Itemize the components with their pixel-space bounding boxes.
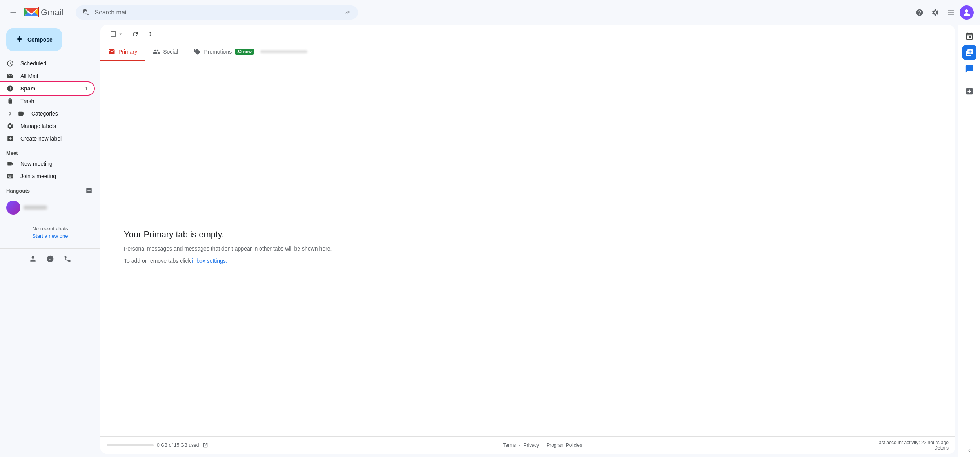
hangouts-user-avatar	[6, 201, 20, 215]
search-filter-icon[interactable]	[344, 9, 352, 16]
sidebar-item-spam[interactable]: Spam 1	[0, 82, 94, 95]
sidebar: ✦ Compose Scheduled All Mail	[0, 25, 100, 457]
footer-activity: Last account activity: 22 hours ago Deta…	[876, 440, 949, 451]
privacy-link[interactable]: Privacy	[524, 443, 539, 448]
start-new-link[interactable]: Start a new one	[6, 233, 94, 242]
settings-button[interactable]	[928, 5, 942, 20]
gmail-title: Gmail	[41, 7, 63, 18]
calendar-panel-icon[interactable]	[962, 28, 977, 44]
tasks-panel-icon[interactable]	[962, 45, 976, 60]
search-bar	[76, 5, 358, 20]
all-mail-icon	[6, 72, 14, 80]
hangouts-user-name	[24, 206, 47, 210]
storage-text: 0 GB of 15 GB used	[157, 443, 199, 448]
sidebar-item-manage-labels[interactable]: Manage labels	[0, 120, 94, 132]
details-link[interactable]: Details	[934, 445, 949, 451]
hangouts-title: Hangouts	[6, 188, 30, 194]
help-button[interactable]	[913, 5, 927, 20]
scheduled-label: Scheduled	[20, 60, 88, 67]
sidebar-item-trash[interactable]: Trash	[0, 95, 94, 107]
chat-panel-icon[interactable]	[962, 61, 977, 77]
phone-icon-btn[interactable]	[60, 252, 74, 266]
refresh-button[interactable]	[129, 28, 142, 40]
main-content: Primary Social Promotions 32 new	[100, 25, 955, 454]
sidebar-item-categories[interactable]: Categories	[0, 107, 94, 120]
hangouts-section: Hangouts	[0, 182, 100, 216]
all-mail-label: All Mail	[20, 73, 88, 79]
categories-label: Categories	[31, 110, 88, 117]
right-panel	[958, 25, 980, 457]
spam-count: 1	[85, 86, 88, 91]
svg-rect-1	[38, 7, 39, 17]
hangouts-add-button[interactable]	[84, 186, 94, 196]
terms-link[interactable]: Terms	[503, 443, 516, 448]
tab-social[interactable]: Social	[145, 43, 186, 61]
app-container: Gmail	[0, 0, 980, 457]
clock-icon	[6, 60, 14, 67]
tab-primary-label: Primary	[118, 49, 137, 55]
sidebar-item-create-label[interactable]: Create new label	[0, 132, 94, 145]
empty-state-desc2: To add or remove tabs click inbox settin…	[124, 256, 227, 265]
program-policies-link[interactable]: Program Policies	[546, 443, 582, 448]
tab-primary[interactable]: Primary	[100, 43, 145, 61]
empty-state-desc2-prefix: To add or remove tabs click	[124, 258, 192, 264]
new-meeting-label: New meeting	[20, 161, 88, 167]
manage-labels-label: Manage labels	[20, 123, 88, 129]
create-label-icon	[6, 135, 14, 143]
empty-state: Your Primary tab is empty. Personal mess…	[100, 61, 955, 436]
empty-state-desc1: Personal messages and messages that don'…	[124, 244, 332, 253]
spam-label: Spam	[20, 85, 79, 92]
top-bar: Gmail	[0, 0, 980, 25]
search-icon	[82, 9, 90, 16]
expand-icon	[6, 110, 14, 117]
apps-button[interactable]	[944, 5, 958, 20]
primary-tab-icon	[108, 48, 115, 55]
more-options-button[interactable]	[143, 28, 157, 40]
contacts-icon-btn[interactable]	[26, 252, 40, 266]
sidebar-bottom-icons	[0, 248, 100, 269]
trash-label: Trash	[20, 98, 88, 104]
create-label-label: Create new label	[20, 135, 88, 142]
compose-label: Compose	[27, 36, 53, 43]
select-all-button[interactable]	[107, 28, 127, 40]
search-wrapper	[76, 5, 358, 20]
search-input[interactable]	[94, 9, 339, 16]
storage-external-link[interactable]	[202, 442, 209, 449]
storage-used-bar	[107, 444, 107, 446]
footer: 0 GB of 15 GB used Terms · Privacy · Pro…	[100, 436, 955, 454]
storage-bar	[107, 444, 154, 446]
avatar[interactable]	[960, 5, 974, 20]
compose-button[interactable]: ✦ Compose	[6, 28, 62, 51]
manage-labels-icon	[6, 122, 14, 130]
emoji-icon-btn[interactable]	[43, 252, 57, 266]
footer-links: Terms · Privacy · Program Policies	[503, 443, 582, 448]
promotions-badge: 32 new	[235, 49, 254, 55]
sidebar-item-all-mail[interactable]: All Mail	[0, 70, 94, 82]
meet-section-header: Meet	[0, 145, 100, 157]
promotions-tab-icon	[194, 48, 201, 55]
sidebar-item-join-meeting[interactable]: Join a meeting	[0, 170, 94, 182]
svg-rect-0	[24, 7, 24, 17]
right-panel-add-button[interactable]	[962, 83, 977, 99]
inbox-settings-link[interactable]: inbox settings.	[192, 258, 227, 264]
sidebar-item-new-meeting[interactable]: New meeting	[0, 157, 94, 170]
tab-social-label: Social	[163, 49, 178, 55]
meet-section-label: Meet	[6, 150, 18, 156]
hangouts-user-item[interactable]	[6, 199, 94, 216]
no-chats-section: No recent chats Start a new one	[0, 216, 100, 245]
right-panel-expand[interactable]	[966, 448, 973, 454]
storage-info: 0 GB of 15 GB used	[107, 442, 209, 449]
keyboard-icon	[6, 172, 14, 180]
toolbar	[100, 25, 955, 43]
main-area: ✦ Compose Scheduled All Mail	[0, 25, 980, 457]
empty-state-title: Your Primary tab is empty.	[124, 229, 224, 240]
promotions-preview	[260, 50, 307, 53]
sidebar-item-scheduled[interactable]: Scheduled	[0, 57, 94, 70]
spam-icon	[6, 85, 14, 92]
gmail-logo[interactable]: Gmail	[24, 7, 63, 18]
category-icon	[17, 110, 25, 117]
menu-button[interactable]	[6, 5, 20, 20]
tab-promotions[interactable]: Promotions 32 new	[186, 43, 315, 61]
no-chats-text: No recent chats	[6, 219, 94, 233]
tab-promotions-label: Promotions	[204, 49, 232, 55]
